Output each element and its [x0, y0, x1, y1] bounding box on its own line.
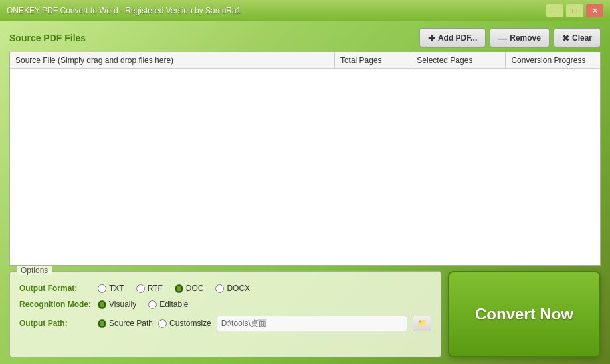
mode-editable-label: Editable — [159, 300, 188, 309]
table-header-row: Source File (Simply drag and drop files … — [10, 52, 600, 69]
col-selected-header: Selected Pages — [411, 52, 506, 69]
clear-label: Clear — [572, 33, 592, 43]
path-source-radio[interactable] — [98, 319, 106, 328]
convert-button-wrapper: Convert Now — [448, 271, 601, 357]
main-content: Source PDF Files ✚ Add PDF... — Remove ✖… — [0, 21, 610, 364]
mode-visually[interactable]: Visually — [98, 300, 136, 309]
path-source[interactable]: Source Path — [98, 319, 153, 328]
recognition-mode-row: Recognition Mode: Visually Editable — [19, 300, 431, 309]
clear-button[interactable]: ✖ Clear — [554, 28, 601, 48]
remove-label: Remove — [510, 33, 541, 43]
add-pdf-label: Add PDF... — [438, 33, 477, 43]
options-panel: Options Output Format: TXT RTF DOC — [9, 271, 441, 357]
format-txt-radio[interactable] — [98, 284, 106, 293]
folder-icon: 📁 — [417, 319, 427, 328]
x-icon: ✖ — [562, 33, 569, 43]
top-section: Source PDF Files ✚ Add PDF... — Remove ✖… — [9, 28, 601, 266]
format-rtf-radio[interactable] — [136, 284, 145, 293]
browse-button[interactable]: 📁 — [413, 316, 431, 331]
window-controls: ─ □ ✕ — [546, 4, 603, 17]
col-source-header: Source File (Simply drag and drop files … — [10, 52, 334, 69]
format-docx-label: DOCX — [227, 284, 250, 293]
format-rtf-label: RTF — [148, 284, 163, 293]
format-txt-label: TXT — [109, 284, 124, 293]
maximize-button[interactable]: □ — [566, 4, 583, 17]
add-pdf-button[interactable]: ✚ Add PDF... — [419, 28, 486, 48]
mode-radio-group: Visually Editable — [98, 300, 189, 309]
mode-editable[interactable]: Editable — [148, 300, 188, 309]
app-title: ONEKEY PDF Convert to Word - Registered … — [7, 6, 241, 15]
section-header: Source PDF Files ✚ Add PDF... — Remove ✖… — [9, 28, 601, 48]
file-table: Source File (Simply drag and drop files … — [10, 52, 600, 69]
mode-visually-radio[interactable] — [98, 300, 106, 309]
minimize-button[interactable]: ─ — [546, 4, 563, 17]
header-buttons: ✚ Add PDF... — Remove ✖ Clear — [419, 28, 601, 48]
mode-visually-label: Visually — [109, 300, 136, 309]
output-path-label: Output Path: — [19, 319, 92, 328]
format-rtf[interactable]: RTF — [136, 284, 163, 293]
mode-editable-radio[interactable] — [148, 300, 157, 309]
col-progress-header: Conversion Progress — [506, 52, 600, 69]
format-doc-label: DOC — [186, 284, 204, 293]
plus-icon: ✚ — [428, 33, 435, 43]
options-legend: Options — [17, 266, 52, 275]
titlebar: ONEKEY PDF Convert to Word - Registered … — [0, 0, 610, 21]
path-custom[interactable]: Customsize — [158, 319, 211, 328]
output-format-row: Output Format: TXT RTF DOC — [19, 284, 431, 293]
path-input[interactable] — [217, 316, 407, 331]
format-doc-radio[interactable] — [175, 284, 183, 293]
format-doc[interactable]: DOC — [175, 284, 204, 293]
recognition-mode-label: Recognition Mode: — [19, 300, 92, 309]
section-title: Source PDF Files — [9, 33, 86, 43]
remove-button[interactable]: — Remove — [490, 28, 550, 48]
format-txt[interactable]: TXT — [98, 284, 124, 293]
output-format-label: Output Format: — [19, 284, 92, 293]
col-total-header: Total Pages — [334, 52, 411, 69]
format-radio-group: TXT RTF DOC DOCX — [98, 284, 250, 293]
close-button[interactable]: ✕ — [586, 4, 603, 17]
format-docx-radio[interactable] — [215, 284, 224, 293]
minus-icon: — — [498, 33, 507, 43]
output-path-row: Output Path: Source Path Customsize 📁 — [19, 316, 431, 331]
file-table-wrapper: Source File (Simply drag and drop files … — [9, 52, 601, 266]
path-custom-label: Customsize — [169, 319, 211, 328]
convert-now-button[interactable]: Convert Now — [448, 271, 601, 357]
path-source-label: Source Path — [109, 319, 153, 328]
format-docx[interactable]: DOCX — [215, 284, 250, 293]
path-custom-radio[interactable] — [158, 319, 167, 328]
bottom-section: Options Output Format: TXT RTF DOC — [9, 271, 601, 357]
output-path-controls: Source Path Customsize 📁 — [98, 316, 431, 331]
